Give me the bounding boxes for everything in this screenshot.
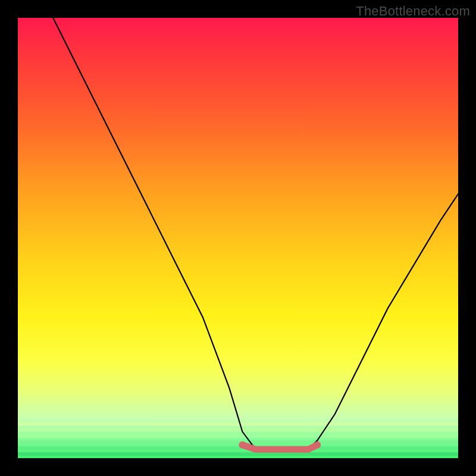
watermark-text: TheBottleneck.com xyxy=(356,4,470,19)
marker-dot-left xyxy=(239,441,246,449)
chart-svg xyxy=(18,18,458,458)
flat-bottom-marker xyxy=(242,445,317,449)
bottleneck-curve xyxy=(53,18,458,449)
chart-frame: TheBottleneck.com xyxy=(0,0,476,476)
marker-dot-right xyxy=(314,441,321,449)
